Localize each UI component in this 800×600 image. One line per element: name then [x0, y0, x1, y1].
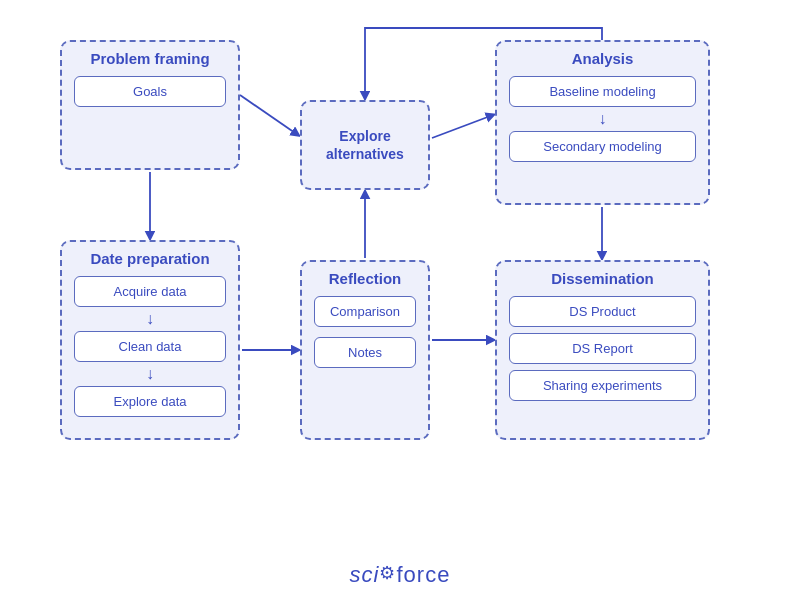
data-clean[interactable]: Clean data [74, 331, 226, 362]
box-problem: Problem framing Goals [60, 40, 240, 170]
box-analysis: Analysis Baseline modeling ↓ Secondary m… [495, 40, 710, 205]
logo-force: force [396, 562, 450, 587]
analysis-title: Analysis [497, 42, 708, 71]
data-explore[interactable]: Explore data [74, 386, 226, 417]
box-reflection: Reflection Comparison Notes [300, 260, 430, 440]
analysis-secondary[interactable]: Secondary modeling [509, 131, 696, 162]
svg-line-2 [240, 95, 298, 135]
reflection-notes[interactable]: Notes [314, 337, 416, 368]
svg-line-3 [432, 115, 493, 138]
logo-area: sci⚙force [0, 562, 800, 588]
arrow-down-2: ↓ [62, 367, 238, 381]
dissemination-sharing[interactable]: Sharing experiments [509, 370, 696, 401]
analysis-baseline[interactable]: Baseline modeling [509, 76, 696, 107]
arrow-down-1: ↓ [62, 312, 238, 326]
reflection-comparison[interactable]: Comparison [314, 296, 416, 327]
problem-title: Problem framing [62, 42, 238, 71]
dissemination-product[interactable]: DS Product [509, 296, 696, 327]
box-data: Date preparation Acquire data ↓ Clean da… [60, 240, 240, 440]
data-title: Date preparation [62, 242, 238, 271]
problem-goals[interactable]: Goals [74, 76, 226, 107]
arrow-down-3: ↓ [497, 112, 708, 126]
reflection-title: Reflection [302, 262, 428, 291]
logo-sci: sci [350, 562, 380, 587]
diagram-container: Problem framing Goals Date preparation A… [30, 20, 770, 540]
box-dissemination: Dissemination DS Product DS Report Shari… [495, 260, 710, 440]
dissemination-report[interactable]: DS Report [509, 333, 696, 364]
box-explore: Explore alternatives [300, 100, 430, 190]
logo-sciforce-icon: ⚙ [379, 563, 396, 583]
dissemination-title: Dissemination [497, 262, 708, 291]
explore-title: Explore alternatives [302, 127, 428, 163]
data-acquire[interactable]: Acquire data [74, 276, 226, 307]
